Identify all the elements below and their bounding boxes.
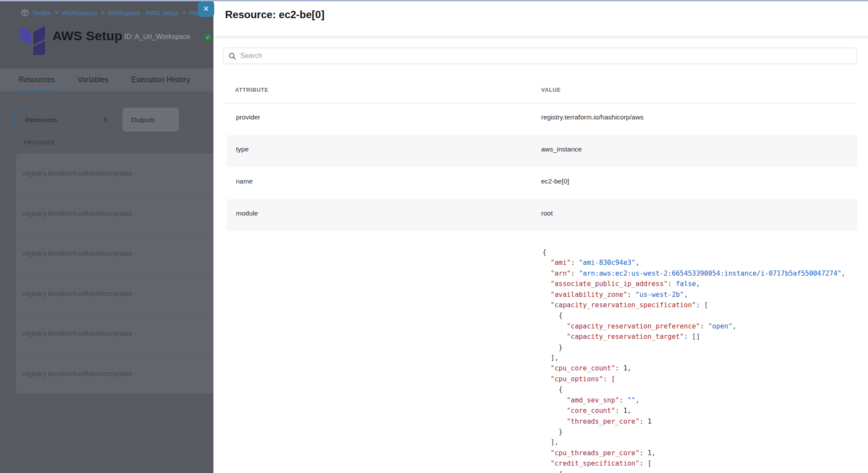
subtab-resources-label: Resources: [25, 116, 57, 124]
subtab-resources[interactable]: Resources 6: [14, 108, 118, 132]
resource-drawer: ✕ Resource: ec2-be[0] ATTRIBUTE VALUE pr…: [213, 1, 868, 473]
provider-row[interactable]: registry.terraform.io/hashicorp/aws: [16, 194, 213, 234]
package-icon: [21, 9, 29, 17]
breadcrumb-item[interactable]: Workspace - AWS Setup: [108, 9, 179, 16]
breadcrumb-separator: >: [182, 9, 186, 16]
breadcrumb-separator: >: [101, 9, 104, 16]
terraform-logo: [19, 25, 47, 55]
subtab-outputs-label: Outputs: [131, 116, 155, 124]
breadcrumb-item[interactable]: Testim: [32, 9, 51, 16]
tab-execution-history[interactable]: Execution History: [131, 68, 190, 91]
workspace-status-badge: ✓: [204, 34, 211, 41]
provider-row[interactable]: registry.terraform.io/hashicorp/aws: [16, 314, 213, 354]
workspace-tabbar: Resources Variables Execution History: [0, 68, 213, 91]
provider-row[interactable]: registry.terraform.io/hashicorp/aws: [16, 234, 213, 274]
column-header-attribute: ATTRIBUTE: [235, 87, 268, 93]
provider-list: registry.terraform.io/hashicorp/awsregis…: [16, 154, 213, 394]
workspace-content: Resources 6 Outputs PROVIDER registry.te…: [0, 91, 213, 473]
breadcrumb-separator: >: [55, 9, 58, 16]
value-cell: registry.terraform.io/hashicorp/aws: [541, 113, 644, 121]
resources-count-badge: 6: [103, 116, 107, 124]
search-box[interactable]: [223, 48, 857, 64]
breadcrumb-item[interactable]: Workspaces: [62, 9, 97, 16]
search-icon: [229, 52, 236, 60]
attribute-row: nameec2-be[0]: [213, 167, 868, 199]
attribute-cell: module: [236, 209, 258, 217]
close-icon[interactable]: ✕: [198, 1, 214, 17]
value-cell: aws_instance: [541, 145, 582, 153]
provider-row[interactable]: registry.terraform.io/hashicorp/aws: [16, 154, 213, 194]
workspace-header: Testim>Workspaces>Workspace - AWS Setup>…: [0, 1, 213, 68]
resource-attributes-json: { "ami": "ami-830c94e3", "arn": "arn:aws…: [542, 247, 845, 473]
provider-column-header: PROVIDER: [24, 140, 55, 146]
drawer-title: Resource: ec2-be[0]: [225, 9, 324, 21]
column-header-value: VALUE: [541, 87, 561, 93]
attribute-row: typeaws_instance: [213, 135, 868, 167]
provider-row[interactable]: registry.terraform.io/hashicorp/aws: [16, 274, 213, 314]
subtab-outputs[interactable]: Outputs: [123, 108, 179, 132]
breadcrumb: Testim>Workspaces>Workspace - AWS Setup>…: [21, 8, 220, 17]
attribute-cell: name: [236, 177, 253, 185]
attribute-cell: provider: [236, 113, 260, 121]
provider-row[interactable]: registry.terraform.io/hashicorp/aws: [16, 354, 213, 394]
active-tab-underline: [18, 89, 58, 90]
attribute-table: providerregistry.terraform.io/hashicorp/…: [213, 103, 868, 231]
attribute-cell: type: [236, 145, 248, 153]
search-input[interactable]: [240, 52, 852, 60]
drawer-header-shadow: [213, 36, 868, 39]
value-cell: ec2-be[0]: [541, 177, 569, 185]
workspace-page-dimmed: Testim>Workspaces>Workspace - AWS Setup>…: [0, 1, 213, 473]
tab-variables[interactable]: Variables: [77, 68, 109, 91]
value-cell: root: [541, 209, 553, 217]
viewport-top-strip: [0, 0, 868, 1]
attribute-row: moduleroot: [213, 199, 868, 231]
tab-resources[interactable]: Resources: [19, 68, 55, 91]
attribute-row: providerregistry.terraform.io/hashicorp/…: [213, 103, 868, 135]
workspace-id-label: ID: A_Uri_Workspace: [124, 33, 190, 41]
workspace-title: AWS Setup: [52, 29, 123, 43]
